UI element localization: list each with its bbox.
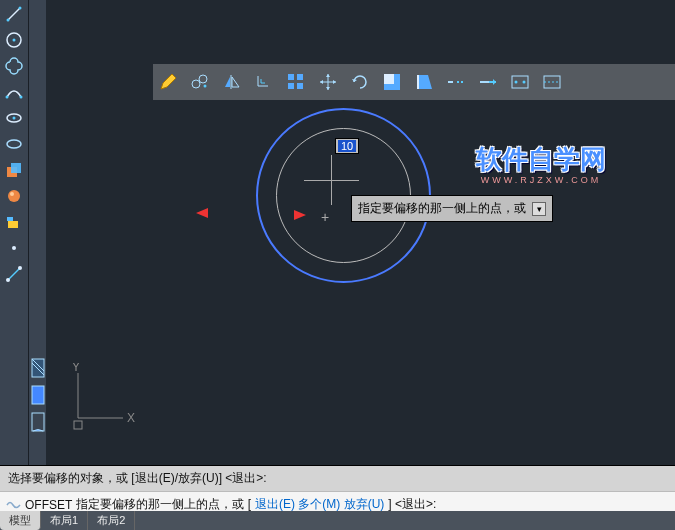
- tool-line2[interactable]: [2, 262, 26, 286]
- svg-point-19: [18, 266, 22, 270]
- command-window: 选择要偏移的对象，或 [退出(E)/放弃(U)] <退出>: OFFSET 指定…: [0, 465, 675, 511]
- svg-point-13: [10, 192, 14, 196]
- svg-rect-46: [74, 421, 82, 429]
- svg-line-17: [8, 268, 20, 280]
- tab-layout1[interactable]: 布局1: [41, 511, 88, 530]
- command-history-line: 选择要偏移的对象，或 [退出(E)/放弃(U)] <退出>:: [0, 466, 675, 492]
- svg-line-0: [8, 8, 20, 20]
- offset-distance-value: 10: [338, 140, 356, 152]
- svg-rect-23: [32, 386, 44, 404]
- svg-point-6: [20, 96, 23, 99]
- tool-point[interactable]: [2, 236, 26, 260]
- command-tooltip: 指定要偏移的那一侧上的点，或 ▾: [351, 195, 553, 222]
- svg-point-2: [19, 7, 22, 10]
- svg-rect-11: [11, 163, 21, 173]
- tool-wedge[interactable]: [2, 210, 26, 234]
- svg-point-9: [7, 140, 21, 148]
- svg-rect-14: [8, 221, 18, 228]
- svg-point-8: [13, 117, 16, 120]
- svg-point-1: [7, 19, 10, 22]
- status-bar: 模型 布局1 布局2: [0, 511, 675, 530]
- tool-sphere[interactable]: [2, 184, 26, 208]
- svg-point-12: [8, 190, 20, 202]
- offset-distance-input[interactable]: 10: [335, 138, 359, 154]
- ptool-arc[interactable]: [30, 409, 45, 434]
- direction-arrow-left: [196, 205, 256, 221]
- watermark-main: 软件自学网: [476, 142, 606, 177]
- tool-circle[interactable]: [2, 28, 26, 52]
- tool-box-combo[interactable]: [2, 158, 26, 182]
- tool-cloud[interactable]: [2, 54, 26, 78]
- svg-rect-20: [32, 359, 44, 377]
- svg-point-5: [6, 96, 9, 99]
- drawing-canvas[interactable]: + 10 指定要偏移的那一侧上的点，或 ▾ Y X 软件自学网 WWW.RJZX…: [46, 0, 675, 465]
- ucs-y-label: Y: [72, 363, 80, 374]
- direction-arrow-right: [268, 207, 306, 223]
- watermark: 软件自学网 WWW.RJZXW.COM: [476, 142, 606, 185]
- tab-layout2[interactable]: 布局2: [88, 511, 135, 530]
- tab-model[interactable]: 模型: [0, 511, 41, 530]
- tool-line[interactable]: [2, 2, 26, 26]
- cursor-crosshair-h: [304, 180, 359, 181]
- ucs-x-label: X: [127, 411, 135, 425]
- tool-ellipse[interactable]: [2, 106, 26, 130]
- tooltip-options-icon[interactable]: ▾: [532, 202, 546, 216]
- ptool-hatch[interactable]: [30, 355, 45, 380]
- svg-point-4: [13, 39, 16, 42]
- tool-spline[interactable]: [2, 80, 26, 104]
- watermark-sub: WWW.RJZXW.COM: [476, 175, 606, 185]
- svg-rect-15: [7, 217, 13, 221]
- command-name: OFFSET: [25, 498, 72, 512]
- ptool-square[interactable]: [30, 382, 45, 407]
- command-prompt-icon: [6, 497, 21, 512]
- ucs-icon: Y X: [63, 363, 143, 443]
- svg-point-16: [12, 246, 16, 250]
- panel-toolbar: [29, 353, 46, 465]
- tool-ellipse-arc[interactable]: [2, 132, 26, 156]
- svg-point-18: [6, 278, 10, 282]
- svg-rect-24: [32, 413, 44, 431]
- cursor-pickbox: +: [321, 209, 329, 225]
- tooltip-text: 指定要偏移的那一侧上的点，或: [358, 200, 526, 217]
- left-toolbar: [0, 0, 28, 465]
